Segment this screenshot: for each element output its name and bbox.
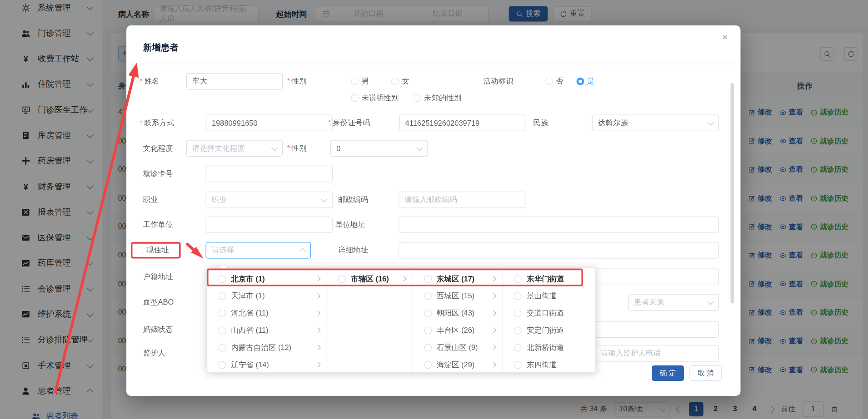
cascade-option[interactable]: 东华门街道: [503, 270, 595, 287]
contact-label: *联系方式: [140, 114, 174, 131]
radio-active-yes[interactable]: [576, 78, 584, 85]
cascade-option-label: 北京市 (1): [231, 274, 265, 284]
radio-icon: [514, 292, 522, 300]
cascade-option[interactable]: 山西省 (11): [207, 322, 327, 339]
cascade-option[interactable]: 河北省 (11): [207, 305, 327, 322]
radio-active-no[interactable]: [545, 78, 553, 85]
radio-icon: [219, 344, 226, 351]
detail-address-label: 详细地址: [338, 242, 368, 259]
cascade-option[interactable]: 朝阳区 (43): [413, 305, 503, 322]
modal-scrollbar[interactable]: [731, 83, 734, 303]
cascade-option[interactable]: 交道口街道: [503, 305, 595, 322]
guardian-phone-input[interactable]: 请输入监护人电话: [595, 345, 719, 362]
cascade-option[interactable]: 东城区 (17): [413, 270, 503, 287]
name-input[interactable]: 牢大: [186, 73, 283, 90]
household-address-label: 户籍地址: [143, 269, 173, 286]
confirm-button[interactable]: 确 定: [652, 365, 684, 381]
cascade-column-province: 北京市 (1) 天津市 (1) 河北省 (11): [207, 268, 327, 372]
ethnicity-select[interactable]: 达斡尔族: [592, 114, 719, 131]
work-unit-input[interactable]: [205, 217, 332, 233]
marital-status-label: 婚姻状态: [143, 321, 173, 338]
chevron-right-icon: [315, 327, 321, 333]
cascade-option-label: 辽宁省 (14): [231, 360, 269, 370]
cascade-option[interactable]: 安定门街道: [503, 322, 595, 339]
education-select[interactable]: 请选择文化程度: [186, 140, 283, 157]
id-number-input[interactable]: 411625192602039719: [399, 114, 525, 131]
radio-icon: [424, 326, 432, 334]
radio-icon: [219, 309, 226, 317]
chevron-right-icon: [315, 345, 321, 350]
chevron-right-icon: [315, 293, 321, 299]
radio-gender-unknown-label[interactable]: 未知的性别: [424, 90, 461, 107]
patient-source-select[interactable]: 患者来源: [628, 294, 719, 311]
address-cascade-panel: 北京市 (1) 天津市 (1) 河北省 (11): [207, 267, 596, 373]
cascade-option[interactable]: 景山街道: [503, 287, 595, 305]
contact-input[interactable]: 19880991650: [205, 114, 332, 131]
add-patient-modal: 新增患者 × *姓名 牢大 *性别 男 女 活动标识 否 是 未说明性别 未知的…: [126, 25, 740, 396]
cascade-option-label: 石景山区 (9): [437, 342, 478, 352]
radio-icon: [514, 326, 522, 334]
guardian-label: 监护人: [143, 345, 165, 362]
radio-male[interactable]: [351, 78, 359, 85]
cascade-option[interactable]: 市辖区 (16): [327, 270, 412, 287]
cascade-option[interactable]: 天津市 (1): [207, 287, 327, 305]
radio-icon: [514, 361, 522, 369]
chevron-right-icon: [315, 276, 321, 281]
radio-active-yes-label[interactable]: 是: [587, 73, 594, 90]
close-icon[interactable]: ×: [722, 32, 728, 43]
radio-female[interactable]: [391, 78, 399, 85]
radio-icon: [424, 361, 432, 369]
occupation-select[interactable]: 职业: [205, 192, 332, 208]
visit-card-input[interactable]: [205, 166, 332, 182]
cascade-option[interactable]: 辽宁省 (14): [207, 356, 327, 372]
radio-icon: [424, 275, 432, 283]
cascade-option[interactable]: 东四街道: [503, 356, 595, 372]
cascade-option[interactable]: 内蒙古自治区 (12): [207, 339, 327, 356]
cascade-option[interactable]: 丰台区 (26): [413, 322, 503, 339]
cascade-option-label: 市辖区 (16): [351, 274, 389, 284]
chevron-right-icon: [315, 311, 321, 316]
radio-active-no-label[interactable]: 否: [556, 73, 563, 90]
postal-label: 邮政编码: [338, 192, 368, 208]
blood-type-label: 血型ABO: [143, 294, 174, 311]
chevron-right-icon: [491, 311, 497, 316]
current-address-cascader[interactable]: 请选择: [205, 242, 311, 259]
postal-input[interactable]: 请输入邮政编码: [399, 192, 525, 208]
chevron-right-icon: [491, 276, 497, 281]
radio-female-label[interactable]: 女: [402, 73, 409, 90]
cascade-option[interactable]: 海淀区 (29): [413, 356, 503, 372]
cascade-option-label: 内蒙古自治区 (12): [231, 342, 292, 352]
cascade-column-city: 市辖区 (16): [327, 268, 413, 372]
chevron-right-icon: [491, 345, 497, 350]
active-flag-label: 活动标识: [484, 73, 514, 90]
app-root: 系统管理 门诊管理 ¥ 收费工作站 住院管理: [0, 0, 868, 419]
cascade-option-label: 东城区 (17): [437, 274, 474, 284]
cascade-option[interactable]: 北新桥街道: [503, 339, 595, 356]
cascade-option-label: 海淀区 (29): [437, 360, 474, 370]
radio-icon: [424, 344, 432, 351]
work-address-input[interactable]: [399, 217, 719, 233]
id-number-label: *身份证号码: [328, 114, 370, 131]
cascade-option[interactable]: 西城区 (15): [413, 287, 503, 305]
radio-icon: [514, 344, 522, 351]
cancel-button[interactable]: 取 消: [689, 365, 722, 381]
chevron-right-icon: [491, 327, 497, 333]
cascade-option[interactable]: 石景山区 (9): [413, 339, 503, 356]
radio-gender-unknown[interactable]: [414, 94, 421, 102]
chevron-down-icon: [271, 144, 278, 151]
modal-title: 新增患者: [143, 42, 179, 54]
cascade-option-label: 东四街道: [527, 360, 557, 370]
gender2-select[interactable]: 0: [330, 140, 428, 157]
radio-gender-unstated[interactable]: [351, 94, 359, 102]
radio-male-label[interactable]: 男: [361, 73, 369, 90]
cascade-option[interactable]: 北京市 (1): [207, 270, 327, 287]
cascade-option-label: 西城区 (15): [437, 291, 474, 301]
radio-icon: [219, 326, 226, 334]
chevron-down-icon: [416, 144, 423, 151]
radio-gender-unstated-label[interactable]: 未说明性别: [361, 90, 399, 107]
cascade-option-label: 北新桥街道: [527, 342, 564, 352]
radio-icon: [219, 361, 226, 369]
detail-address-input[interactable]: [399, 242, 719, 259]
current-address-label: 现住址: [146, 242, 169, 259]
chevron-down-icon: [708, 119, 714, 125]
